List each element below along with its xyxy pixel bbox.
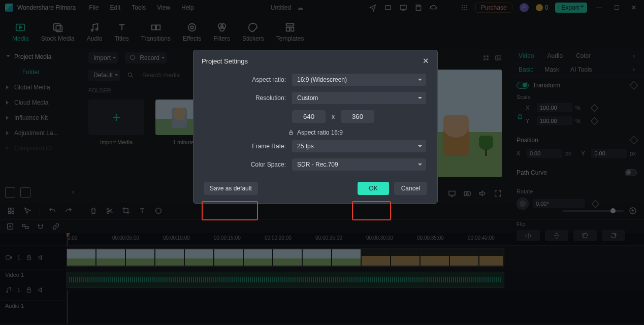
dialog-title: Project Settings bbox=[202, 57, 248, 65]
aspect-ratio-label: Aspect ratio: bbox=[205, 76, 286, 83]
resolution-select[interactable]: Custom bbox=[292, 92, 426, 104]
dimension-x-separator: x bbox=[332, 113, 335, 120]
resolution-width-input[interactable] bbox=[292, 110, 326, 123]
aspect-lock-indicator[interactable]: Aspect ratio 16:9 bbox=[194, 126, 437, 137]
dialog-close-button[interactable]: ✕ bbox=[423, 56, 429, 66]
chevron-down-icon bbox=[418, 145, 422, 147]
save-as-default-button[interactable]: Save as default bbox=[204, 182, 258, 195]
frame-rate-select[interactable]: 25 fps bbox=[292, 140, 426, 152]
resolution-height-input[interactable] bbox=[341, 110, 374, 123]
lock-icon bbox=[288, 129, 294, 136]
color-space-select[interactable]: SDR - Rec.709 bbox=[292, 158, 426, 171]
aspect-ratio-select[interactable]: 16:9 (Widescreen) bbox=[292, 74, 426, 86]
project-settings-dialog: Project Settings ✕ Aspect ratio: 16:9 (W… bbox=[193, 50, 438, 204]
color-space-label: Color Space: bbox=[205, 161, 286, 168]
chevron-down-icon bbox=[418, 79, 422, 81]
frame-rate-value: 25 fps bbox=[297, 143, 314, 150]
chevron-down-icon bbox=[418, 97, 422, 99]
color-space-value: SDR - Rec.709 bbox=[297, 161, 338, 168]
cancel-button[interactable]: Cancel bbox=[394, 182, 427, 195]
resolution-value: Custom bbox=[297, 94, 318, 102]
aspect-lock-label: Aspect ratio 16:9 bbox=[297, 129, 343, 136]
ok-button[interactable]: OK bbox=[358, 182, 389, 195]
frame-rate-label: Frame Rate: bbox=[205, 143, 286, 150]
svg-rect-53 bbox=[289, 133, 293, 135]
resolution-label: Resolution: bbox=[205, 94, 286, 102]
chevron-down-icon bbox=[418, 164, 422, 166]
aspect-ratio-value: 16:9 (Widescreen) bbox=[297, 76, 347, 83]
